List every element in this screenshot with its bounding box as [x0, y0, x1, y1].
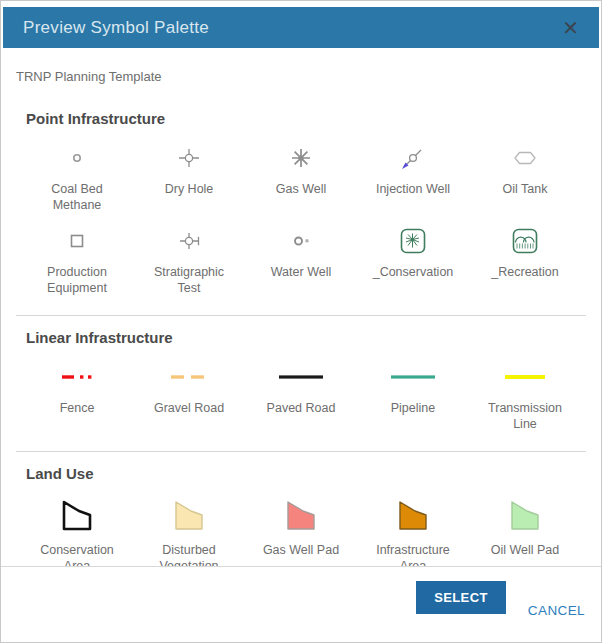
- symbol-item-water-well[interactable]: Water Well: [245, 223, 357, 296]
- symbol-item-gas-well-pad[interactable]: Gas Well Pad: [245, 495, 357, 574]
- symbol-item-dry-hole[interactable]: Dry Hole: [133, 140, 245, 213]
- dialog-footer: SELECT CANCEL: [1, 566, 601, 642]
- symbol-label: Pipeline: [391, 400, 435, 416]
- symbol-label: Gas Well: [276, 181, 326, 197]
- linear-symbol-grid: Fence Gravel Road Paved Road Pipeline: [1, 346, 601, 432]
- gravel-road-line-icon: [161, 371, 217, 383]
- conservation-area-polygon-icon: [57, 496, 97, 536]
- symbol-item-conservation[interactable]: _Conservation: [357, 223, 469, 296]
- gas-well-icon: [284, 141, 318, 175]
- cancel-button[interactable]: CANCEL: [528, 603, 585, 618]
- symbol-label: Injection Well: [376, 181, 450, 197]
- symbol-item-production-equipment[interactable]: Production Equipment: [21, 223, 133, 296]
- section-divider: [16, 451, 586, 452]
- symbol-item-fence[interactable]: Fence: [21, 359, 133, 432]
- water-well-icon: [284, 224, 318, 258]
- symbol-item-disturbed-vegetation[interactable]: Disturbed Vegetation: [133, 495, 245, 574]
- injection-well-icon: [396, 141, 430, 175]
- symbol-item-oil-tank[interactable]: Oil Tank: [469, 140, 581, 213]
- stratigraphic-test-icon: [172, 224, 206, 258]
- symbol-label: Oil Tank: [503, 181, 548, 197]
- pipeline-line-icon: [385, 371, 441, 383]
- symbol-item-transmission-line[interactable]: Transmission Line: [469, 359, 581, 432]
- transmission-line-icon: [497, 371, 553, 383]
- symbol-item-pipeline[interactable]: Pipeline: [357, 359, 469, 432]
- disturbed-vegetation-polygon-icon: [169, 496, 209, 536]
- symbol-item-stratigraphic-test[interactable]: Stratigraphic Test: [133, 223, 245, 296]
- symbol-label: Water Well: [271, 264, 331, 280]
- symbol-item-recreation[interactable]: _Recreation: [469, 223, 581, 296]
- oil-tank-icon: [508, 141, 542, 175]
- conservation-point-icon: [396, 224, 430, 258]
- dry-hole-icon: [172, 141, 206, 175]
- symbol-item-injection-well[interactable]: Injection Well: [357, 140, 469, 213]
- symbol-label: Coal Bed Methane: [33, 181, 121, 213]
- dialog-header: Preview Symbol Palette ✕: [3, 7, 599, 48]
- symbol-label: Dry Hole: [165, 181, 214, 197]
- close-icon[interactable]: ✕: [562, 18, 579, 38]
- symbol-item-coal-bed-methane[interactable]: Coal Bed Methane: [21, 140, 133, 213]
- symbol-item-oil-well-pad[interactable]: Oil Well Pad: [469, 495, 581, 574]
- paved-road-line-icon: [273, 371, 329, 383]
- symbol-label: Production Equipment: [33, 264, 121, 296]
- dialog-title: Preview Symbol Palette: [23, 18, 209, 38]
- coal-bed-methane-icon: [60, 141, 94, 175]
- gas-well-pad-polygon-icon: [281, 496, 321, 536]
- section-heading-linear: Linear Infrastructure: [26, 329, 576, 346]
- symbol-label: _Conservation: [373, 264, 454, 280]
- symbol-label: _Recreation: [491, 264, 558, 280]
- infrastructure-area-polygon-icon: [393, 496, 433, 536]
- symbol-item-conservation-area[interactable]: Conservation Area: [21, 495, 133, 574]
- symbol-label: Oil Well Pad: [491, 542, 560, 558]
- section-divider: [16, 315, 586, 316]
- symbol-label: Stratigraphic Test: [145, 264, 233, 296]
- landuse-symbol-grid: Conservation Area Disturbed Vegetation G…: [1, 482, 601, 574]
- point-symbol-grid: Coal Bed Methane Dry Hole Gas Well Injec…: [1, 127, 601, 296]
- oil-well-pad-polygon-icon: [505, 496, 545, 536]
- symbol-item-gas-well[interactable]: Gas Well: [245, 140, 357, 213]
- preview-symbol-palette-dialog: Preview Symbol Palette ✕ TRNP Planning T…: [0, 0, 602, 643]
- section-heading-landuse: Land Use: [26, 465, 576, 482]
- section-heading-point: Point Infrastructure: [26, 110, 576, 127]
- production-equipment-icon: [60, 224, 94, 258]
- symbol-label: Transmission Line: [481, 400, 569, 432]
- symbol-label: Fence: [60, 400, 95, 416]
- symbol-label: Gravel Road: [154, 400, 224, 416]
- recreation-point-icon: [508, 224, 542, 258]
- select-button[interactable]: SELECT: [416, 581, 506, 614]
- symbol-item-infrastructure-area[interactable]: Infrastructure Area: [357, 495, 469, 574]
- fence-line-icon: [49, 371, 105, 383]
- symbol-label: Paved Road: [267, 400, 336, 416]
- symbol-item-paved-road[interactable]: Paved Road: [245, 359, 357, 432]
- template-name: TRNP Planning Template: [16, 69, 586, 84]
- symbol-label: Gas Well Pad: [263, 542, 339, 558]
- symbol-item-gravel-road[interactable]: Gravel Road: [133, 359, 245, 432]
